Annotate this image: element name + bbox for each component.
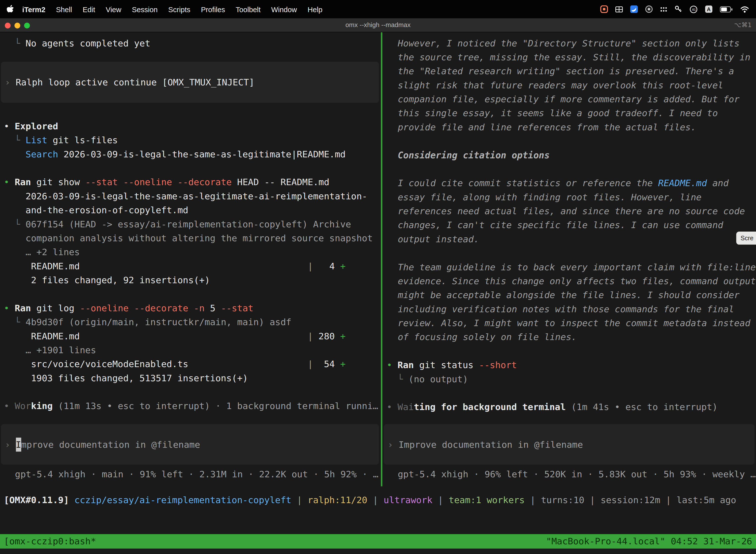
text-seg: • bbox=[4, 303, 15, 313]
thinking-text: evidence. Since this change only affects… bbox=[383, 274, 756, 288]
text-seg: • bbox=[4, 121, 15, 131]
thinking-text: review. Also, I might want to inspect th… bbox=[383, 316, 756, 330]
gauge-icon[interactable]: .61 bbox=[690, 5, 698, 13]
thinking-text: the source tree, missing the essay. Stil… bbox=[383, 50, 756, 64]
text-seg: git log bbox=[31, 303, 80, 313]
key-icon[interactable] bbox=[675, 5, 682, 13]
menu-bar: iTerm2ShellEditViewSessionScriptsProfile… bbox=[0, 0, 756, 18]
omx-status-line: [OMX#0.11.9] cczip/essay/ai-reimplementa… bbox=[4, 493, 737, 507]
text-seg: companion analysis without altering the … bbox=[4, 233, 373, 243]
text-seg: evidence. Since this change only affects… bbox=[398, 276, 756, 286]
menu-item-toolbelt[interactable]: Toolbelt bbox=[231, 5, 266, 13]
text-seg: • bbox=[387, 360, 397, 370]
blank-line bbox=[383, 162, 756, 176]
text-seg: changes, I can't cite specific file line… bbox=[398, 220, 723, 230]
menu-item-view[interactable]: View bbox=[101, 5, 126, 13]
thinking-text: changes, I can't cite specific file line… bbox=[383, 218, 756, 232]
screen-share-overlay-button[interactable]: Scre bbox=[736, 232, 756, 244]
diffstat-line: src/voice/voiceModeEnabled.ts | 54 + bbox=[0, 357, 380, 371]
text-seg: --stat bbox=[221, 303, 253, 313]
text-seg: git ls-files bbox=[47, 135, 118, 145]
ran-git-status-line: • Ran git status --short bbox=[383, 358, 756, 372]
text-seg: src/voice/voiceModeEnabled.ts bbox=[4, 359, 308, 369]
blank-line bbox=[0, 287, 380, 301]
apple-menu-icon[interactable] bbox=[7, 5, 14, 13]
thinking-text: the "Related research writing" section i… bbox=[383, 64, 756, 78]
menu-item-scripts[interactable]: Scripts bbox=[163, 5, 196, 13]
text-seg: ultrawork bbox=[384, 495, 433, 505]
text-seg: 5 bbox=[205, 303, 221, 313]
text-seg: › bbox=[5, 437, 16, 451]
thinking-text: output instead. bbox=[383, 232, 756, 246]
text-seg: companion file, especially if more comme… bbox=[398, 94, 740, 104]
no-output-line: └ (no output) bbox=[383, 372, 756, 386]
text-seg: Ran bbox=[397, 360, 414, 370]
text-seg: README.md bbox=[658, 178, 707, 188]
text-seg: --short bbox=[479, 360, 517, 370]
menu-item-edit[interactable]: Edit bbox=[77, 5, 101, 13]
text-seg: Explored bbox=[15, 121, 58, 131]
blank-line bbox=[383, 386, 756, 400]
svg-text:.61: .61 bbox=[692, 8, 696, 11]
text-seg: 4 bbox=[313, 261, 340, 271]
blank-line bbox=[0, 161, 380, 175]
text-seg: Wai bbox=[397, 402, 414, 412]
text-seg: | bbox=[367, 495, 384, 505]
text-seg: 54 bbox=[313, 359, 340, 369]
text-seg: git status bbox=[414, 360, 479, 370]
menu-item-iterm2[interactable]: iTerm2 bbox=[14, 5, 51, 13]
wifi-icon[interactable] bbox=[740, 5, 749, 13]
window-title: omx --xhigh --madmax bbox=[0, 18, 756, 32]
menu-item-shell[interactable]: Shell bbox=[51, 5, 77, 13]
text-seg: slight risk that future readers may over… bbox=[398, 80, 723, 90]
text-seg: README.md bbox=[4, 331, 308, 341]
terminal-line: 2026-03-09-is-legal-the-same-as-legitima… bbox=[0, 189, 380, 203]
battery-icon[interactable] bbox=[720, 6, 733, 12]
search-line: Search 2026-03-09-is-legal-the-same-as-l… bbox=[0, 147, 380, 161]
text-seg: git show bbox=[31, 177, 85, 187]
ran-git-show-line: • Ran git show --stat --oneline --decora… bbox=[0, 175, 380, 189]
explored-header: • Explored bbox=[0, 119, 380, 133]
input-source-icon[interactable]: A bbox=[705, 5, 712, 13]
blank-line bbox=[383, 246, 756, 260]
text-seg: (11m 13s • esc to interrupt) · 1 backgro… bbox=[53, 401, 378, 411]
screen-recording-indicator[interactable] bbox=[600, 5, 608, 13]
prompt-input[interactable]: › Improve documentation in @filename bbox=[384, 424, 755, 465]
window-shortcut-badge: ⌥⌘1 bbox=[734, 18, 752, 32]
text-seg: --stat --oneline --decorate bbox=[85, 177, 232, 187]
prompt-input[interactable]: › Improve documentation in @filename bbox=[1, 424, 379, 465]
text-seg: cczip/essay/ai-reimplementation-copyleft bbox=[69, 495, 292, 505]
menu-item-window[interactable]: Window bbox=[266, 5, 302, 13]
dots-grid-icon[interactable] bbox=[660, 6, 667, 12]
text-seg: └ bbox=[4, 219, 26, 229]
text-seg: 2 files changed, 92 insertions(+) bbox=[4, 275, 210, 285]
text-seg: No agents completed yet bbox=[25, 38, 150, 48]
menu-item-help[interactable]: Help bbox=[302, 5, 328, 13]
menu-item-session[interactable]: Session bbox=[126, 5, 163, 13]
text-seg: ting for background terminal bbox=[414, 402, 566, 412]
menu-item-profiles[interactable]: Profiles bbox=[196, 5, 231, 13]
text-seg: • bbox=[387, 402, 397, 412]
blue-app-icon[interactable] bbox=[630, 5, 638, 13]
dark-app-icon[interactable] bbox=[645, 5, 653, 13]
text-seg: output instead. bbox=[398, 234, 479, 244]
thinking-heading: Considering citation options bbox=[383, 148, 756, 162]
text-seg: of focusing solely on file lines. bbox=[398, 332, 577, 342]
text-seg: and-the-erosion-of-copyleft.md bbox=[4, 205, 189, 215]
left-terminal-pane: └ No agents completed yet› Ralph loop ac… bbox=[0, 32, 380, 486]
window-grid-icon[interactable] bbox=[615, 6, 623, 12]
text-seg: including verification notes with those … bbox=[398, 304, 734, 314]
menu-items: iTerm2ShellEditViewSessionScriptsProfile… bbox=[14, 5, 328, 13]
ran-git-log-line: • Ran git log --oneline --decorate -n 5 … bbox=[0, 301, 380, 315]
text-seg: | bbox=[308, 261, 313, 271]
text-seg: └ bbox=[4, 38, 26, 48]
text-seg: provide file and line references from th… bbox=[398, 122, 696, 132]
text-seg: team:1 workers bbox=[449, 495, 524, 505]
text-seg: [OMX_TMUX_INJECT] bbox=[162, 75, 254, 89]
text-seg: └ bbox=[4, 135, 26, 145]
text-seg: Ran bbox=[15, 177, 31, 187]
thinking-text: this single essay, it seems like a good … bbox=[383, 106, 756, 120]
pane-divider[interactable] bbox=[381, 32, 382, 486]
window-title-bar[interactable]: omx --xhigh --madmax ⌥⌘1 bbox=[0, 18, 756, 32]
text-seg: mprove documentation in @filename bbox=[21, 437, 200, 451]
